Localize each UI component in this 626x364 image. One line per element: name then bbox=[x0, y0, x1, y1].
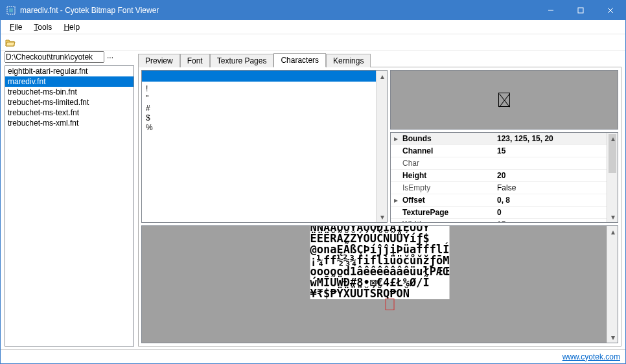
app-icon bbox=[6, 5, 16, 16]
scroll-up-icon[interactable]: ▴ bbox=[607, 226, 618, 237]
character-list-item[interactable]: " bbox=[146, 94, 383, 104]
close-button[interactable] bbox=[596, 1, 625, 20]
scrollbar[interactable]: ▴ ▾ bbox=[376, 71, 387, 222]
open-folder-button[interactable] bbox=[3, 36, 17, 50]
character-list-item[interactable]: # bbox=[146, 104, 383, 113]
property-value: 123, 125, 15, 20 bbox=[494, 134, 618, 143]
menu-help[interactable]: Help bbox=[58, 21, 85, 33]
titlebar: marediv.fnt - Cyotek Bitmap Font Viewer bbox=[1, 1, 625, 20]
homepage-link[interactable]: www.cyotek.com bbox=[562, 352, 620, 361]
property-row[interactable]: IsEmptyFalse bbox=[391, 182, 618, 194]
file-list[interactable]: eightbit-atari-regular.fntmarediv.fnttre… bbox=[5, 65, 134, 347]
menubar: File Tools Help bbox=[1, 20, 625, 34]
missing-glyph-icon bbox=[498, 93, 510, 107]
svg-rect-1 bbox=[9, 8, 13, 12]
texture-preview[interactable]: NNÄÄÚÒŸÁÓÖÐÏÄÍËÜÙÝ ËËËŘÃŽŽÝÓÚČŇŨŮÝíƒ$ @o… bbox=[141, 225, 618, 343]
scrollbar[interactable]: ▴ ▾ bbox=[607, 226, 618, 343]
folder-open-icon bbox=[5, 38, 16, 48]
character-list[interactable]: !"#$% ▴ ▾ bbox=[141, 70, 388, 223]
property-row[interactable]: Channel15 bbox=[391, 145, 618, 157]
property-key: Width bbox=[401, 220, 494, 223]
property-key: Char bbox=[401, 159, 494, 168]
file-list-item[interactable]: trebuchet-ms-text.fnt bbox=[5, 108, 133, 118]
property-key: Channel bbox=[401, 146, 494, 155]
scroll-down-icon[interactable]: ▾ bbox=[377, 211, 388, 222]
window-title: marediv.fnt - Cyotek Bitmap Font Viewer bbox=[20, 6, 536, 15]
scroll-up-icon[interactable]: ▴ bbox=[377, 71, 388, 82]
tab-font[interactable]: Font bbox=[180, 54, 210, 67]
property-row[interactable]: Width15 bbox=[391, 219, 618, 223]
tab-kernings[interactable]: Kernings bbox=[326, 54, 371, 67]
property-row[interactable]: ▸Bounds123, 125, 15, 20 bbox=[391, 133, 618, 145]
property-value: 20 bbox=[494, 171, 618, 180]
texture-bitmap: NNÄÄÚÒŸÁÓÖÐÏÄÍËÜÙÝ ËËËŘÃŽŽÝÓÚČŇŨŮÝíƒ$ @o… bbox=[310, 225, 450, 299]
maximize-button[interactable] bbox=[566, 1, 596, 20]
statusbar: www.cyotek.com bbox=[1, 349, 625, 363]
property-key: TexturePage bbox=[401, 208, 494, 217]
property-row[interactable]: ▸Offset0, 8 bbox=[391, 194, 618, 207]
file-list-item[interactable]: trebuchet-ms-limited.fnt bbox=[5, 97, 133, 108]
scrollbar[interactable]: ▴ ▾ bbox=[607, 133, 618, 222]
tabstrip: PreviewFontTexture PagesCharactersKernin… bbox=[138, 51, 621, 67]
expand-icon[interactable]: ▸ bbox=[391, 134, 401, 143]
scroll-down-icon[interactable]: ▾ bbox=[607, 332, 618, 343]
file-list-item[interactable]: marediv.fnt bbox=[5, 76, 133, 87]
character-list-item[interactable]: ! bbox=[146, 84, 383, 94]
file-list-item[interactable]: trebuchet-ms-bin.fnt bbox=[5, 87, 133, 97]
character-list-item[interactable]: % bbox=[146, 123, 383, 133]
menu-tools[interactable]: Tools bbox=[29, 21, 57, 33]
property-key: Offset bbox=[401, 196, 494, 205]
menu-file[interactable]: File bbox=[5, 21, 27, 33]
svg-rect-3 bbox=[578, 8, 583, 13]
property-row[interactable]: TexturePage0 bbox=[391, 207, 618, 219]
expand-icon[interactable]: ▸ bbox=[391, 196, 401, 205]
file-list-item[interactable]: eightbit-atari-regular.fnt bbox=[5, 66, 133, 76]
file-list-item[interactable]: trebuchet-ms-xml.fnt bbox=[5, 118, 133, 128]
property-value: 15 bbox=[494, 220, 618, 223]
property-value: 0, 8 bbox=[494, 196, 618, 205]
path-input[interactable] bbox=[5, 51, 104, 63]
toolbar bbox=[1, 34, 625, 51]
tab-texture-pages[interactable]: Texture Pages bbox=[210, 54, 274, 67]
selected-glyph-highlight bbox=[386, 299, 395, 310]
tab-characters[interactable]: Characters bbox=[273, 53, 326, 67]
property-row[interactable]: Height20 bbox=[391, 170, 618, 182]
property-value: False bbox=[494, 183, 618, 192]
tab-preview[interactable]: Preview bbox=[138, 54, 180, 67]
minimize-button[interactable] bbox=[536, 1, 566, 20]
property-key: Height bbox=[401, 171, 494, 180]
glyph-preview bbox=[390, 70, 618, 130]
character-list-item[interactable]: $ bbox=[146, 113, 383, 123]
property-grid[interactable]: ▸Bounds123, 125, 15, 20Channel15CharHeig… bbox=[390, 132, 618, 223]
property-key: Bounds bbox=[401, 134, 494, 143]
scroll-down-icon[interactable]: ▾ bbox=[607, 211, 618, 222]
tab-panel-characters: !"#$% ▴ ▾ ▸Bounds123, 125, 15, 20Channel… bbox=[138, 67, 621, 347]
property-row[interactable]: Char bbox=[391, 157, 618, 170]
character-list-selected-header[interactable] bbox=[142, 71, 387, 82]
property-key: IsEmpty bbox=[401, 183, 494, 192]
scroll-up-icon[interactable]: ▴ bbox=[607, 133, 618, 144]
property-value: 15 bbox=[494, 146, 618, 155]
property-value: 0 bbox=[494, 208, 618, 217]
browse-button[interactable]: ... bbox=[107, 51, 113, 63]
